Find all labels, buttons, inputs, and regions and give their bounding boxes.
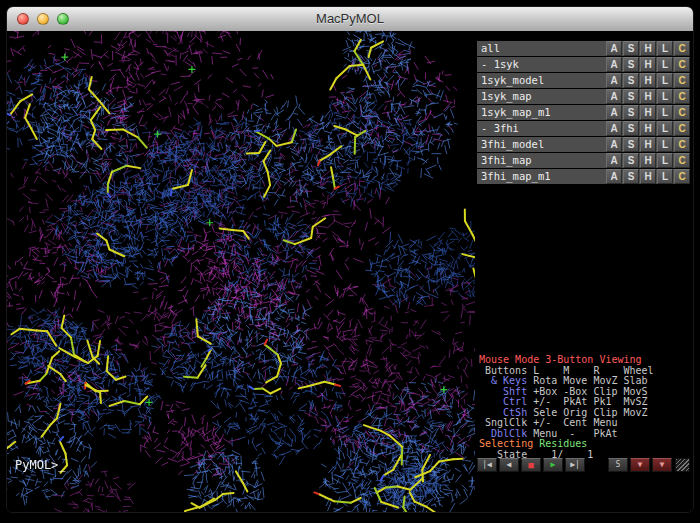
label-button[interactable]: L (657, 73, 673, 88)
mouse-mode-panel: Mouse Mode 3-Button Viewing Buttons L M … (479, 349, 693, 454)
object-name[interactable]: - 1syk (477, 57, 605, 72)
color-button[interactable]: C (674, 73, 690, 88)
action-button[interactable]: A (606, 137, 622, 152)
action-button[interactable]: A (606, 105, 622, 120)
molecular-viewport[interactable] (7, 31, 477, 513)
object-row: 1syk_map A S H L C (477, 89, 690, 104)
zoom-button[interactable] (57, 13, 69, 25)
action-button[interactable]: A (606, 57, 622, 72)
menu-dropdown-icon[interactable]: ▼ (652, 458, 672, 472)
hide-button[interactable]: H (640, 73, 656, 88)
object-name[interactable]: 3fhi_map (477, 153, 605, 168)
action-button[interactable]: A (606, 121, 622, 136)
color-button[interactable]: C (674, 105, 690, 120)
object-row: 3fhi_model A S H L C (477, 137, 690, 152)
vcr-controls: |◀ ◀ ■ ▶ ▶| S ▼ ▼ (477, 457, 690, 472)
label-button[interactable]: L (657, 57, 673, 72)
color-button[interactable]: C (674, 169, 690, 184)
object-name[interactable]: 1syk_map_m1 (477, 105, 605, 120)
object-row: 1syk_map_m1 A S H L C (477, 105, 690, 120)
label-button[interactable]: L (657, 153, 673, 168)
macpymol-window: MacPyMOL PyMOL>_ all A S H L C - 1syk A … (6, 6, 694, 513)
show-button[interactable]: S (623, 153, 639, 168)
close-button[interactable] (17, 13, 29, 25)
show-button[interactable]: S (623, 41, 639, 56)
hide-button[interactable]: H (640, 41, 656, 56)
object-name[interactable]: 1syk_model (477, 73, 605, 88)
object-name[interactable]: - 3fhi (477, 121, 605, 136)
go-to-end-button[interactable]: ▶| (565, 458, 585, 472)
color-button[interactable]: C (674, 137, 690, 152)
label-button[interactable]: L (657, 121, 673, 136)
command-prompt[interactable]: PyMOL>_ (15, 458, 66, 472)
label-button[interactable]: L (657, 89, 673, 104)
object-row: all A S H L C (477, 41, 690, 56)
show-button[interactable]: S (623, 105, 639, 120)
object-row: 3fhi_map A S H L C (477, 153, 690, 168)
color-button[interactable]: C (674, 41, 690, 56)
label-button[interactable]: L (657, 137, 673, 152)
opengl-area: PyMOL>_ all A S H L C - 1syk A S H L C (7, 31, 693, 512)
color-button[interactable]: C (674, 153, 690, 168)
go-to-start-button[interactable]: |◀ (477, 458, 497, 472)
action-button[interactable]: A (606, 89, 622, 104)
internal-gui-panel: all A S H L C - 1syk A S H L C 1syk_mode… (475, 31, 693, 512)
show-button[interactable]: S (623, 73, 639, 88)
object-name[interactable]: all (477, 41, 605, 56)
hide-button[interactable]: H (640, 153, 656, 168)
color-button[interactable]: C (674, 121, 690, 136)
hide-button[interactable]: H (640, 137, 656, 152)
hide-button[interactable]: H (640, 169, 656, 184)
color-button[interactable]: C (674, 89, 690, 104)
show-button[interactable]: S (623, 57, 639, 72)
show-button[interactable]: S (623, 169, 639, 184)
object-list: all A S H L C - 1syk A S H L C 1syk_mode… (475, 31, 693, 184)
label-button[interactable]: L (657, 105, 673, 120)
hide-button[interactable]: H (640, 105, 656, 120)
resize-grip[interactable] (675, 458, 690, 472)
action-button[interactable]: A (606, 41, 622, 56)
object-name[interactable]: 3fhi_map_m1 (477, 169, 605, 184)
title-bar[interactable]: MacPyMOL (7, 7, 693, 32)
minimize-button[interactable] (37, 13, 49, 25)
traffic-lights (17, 13, 69, 25)
action-button[interactable]: A (606, 169, 622, 184)
show-button[interactable]: S (623, 121, 639, 136)
play-button[interactable]: ▶ (543, 458, 563, 472)
show-button[interactable]: S (623, 89, 639, 104)
object-row: - 3fhi A S H L C (477, 121, 690, 136)
color-button[interactable]: C (674, 57, 690, 72)
object-name[interactable]: 3fhi_model (477, 137, 605, 152)
object-name[interactable]: 1syk_map (477, 89, 605, 104)
hide-button[interactable]: H (640, 121, 656, 136)
action-button[interactable]: A (606, 153, 622, 168)
hide-button[interactable]: H (640, 89, 656, 104)
menu-dropdown-icon[interactable]: ▼ (630, 458, 650, 472)
object-row: - 1syk A S H L C (477, 57, 690, 72)
show-button[interactable]: S (623, 137, 639, 152)
stop-button[interactable]: ■ (521, 458, 541, 472)
object-row: 1syk_model A S H L C (477, 73, 690, 88)
hide-button[interactable]: H (640, 57, 656, 72)
label-button[interactable]: L (657, 169, 673, 184)
step-back-button[interactable]: ◀ (499, 458, 519, 472)
object-row: 3fhi_map_m1 A S H L C (477, 169, 690, 184)
action-button[interactable]: A (606, 73, 622, 88)
label-button[interactable]: L (657, 41, 673, 56)
window-title: MacPyMOL (7, 7, 693, 31)
scene-button[interactable]: S (608, 458, 628, 472)
